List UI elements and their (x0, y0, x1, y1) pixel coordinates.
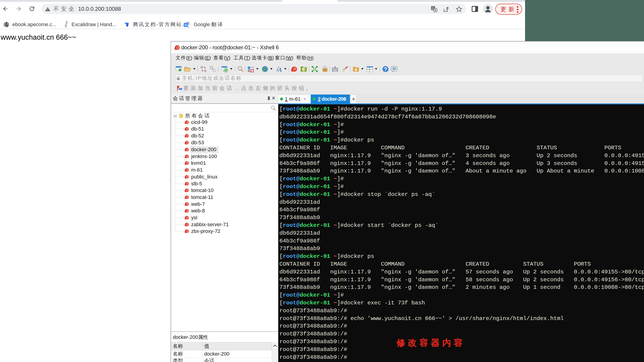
svg-text:?: ? (384, 66, 387, 72)
svg-text:G: G (184, 23, 187, 27)
svg-text:A: A (278, 67, 282, 73)
